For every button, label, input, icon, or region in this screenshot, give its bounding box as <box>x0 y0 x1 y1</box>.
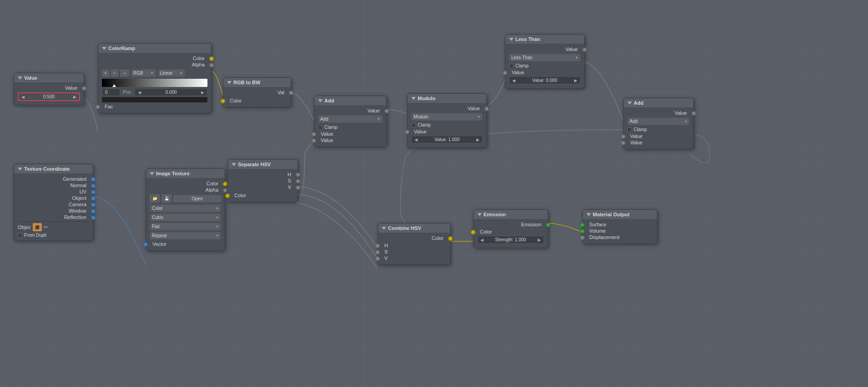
modulo-value-socket[interactable] <box>405 130 409 134</box>
camera-socket[interactable] <box>91 203 96 207</box>
chsv-color-output-socket[interactable] <box>448 236 453 241</box>
it-open-button[interactable]: Open <box>173 195 221 202</box>
add2-operation-dropdown[interactable]: Add <box>627 117 690 125</box>
material-output-collapse[interactable] <box>586 213 591 216</box>
add1-value1-socket[interactable] <box>312 132 316 137</box>
it-browse-button[interactable]: 📁 <box>150 194 160 203</box>
flip-button[interactable]: ↔ <box>120 70 129 76</box>
modulo-collapse[interactable] <box>411 97 416 100</box>
image-texture-collapse[interactable] <box>150 172 154 175</box>
remove-stop-button[interactable]: − <box>111 70 118 76</box>
surface-socket[interactable] <box>580 223 585 227</box>
fac-input-socket[interactable] <box>96 105 100 109</box>
s-output-socket[interactable] <box>296 179 300 183</box>
modulo-operation-dropdown[interactable]: Modulo <box>411 113 483 121</box>
chsv-v-socket[interactable] <box>375 256 380 261</box>
add2-header: Add <box>624 98 693 107</box>
colorramp-color-socket[interactable] <box>209 56 214 61</box>
modulo-value-field[interactable]: ◀ Value: 1.000 ▶ <box>411 136 483 143</box>
reflection-socket[interactable] <box>91 215 96 220</box>
shsv-color-input-row: Color <box>232 193 294 198</box>
modulo-clamp-checkbox[interactable] <box>411 123 416 127</box>
it-interpolation-dropdown[interactable]: Cubic <box>150 214 221 221</box>
lessthan-operation-dropdown[interactable]: Less Than <box>509 54 580 61</box>
val-output-row: Val <box>227 90 287 95</box>
add1-value2-input: Value <box>318 137 383 143</box>
shsv-color-socket[interactable] <box>225 194 230 198</box>
generated-socket[interactable] <box>91 177 96 182</box>
lessthan-value-field[interactable]: ◀ Value: 0.000 ▶ <box>509 76 580 84</box>
displacement-socket[interactable] <box>580 235 585 240</box>
it-color-socket[interactable] <box>223 182 227 186</box>
add1-clamp-checkbox[interactable] <box>318 125 323 130</box>
val-output-socket[interactable] <box>289 91 293 95</box>
emission-output-socket[interactable] <box>546 223 550 227</box>
it-save-button[interactable]: 💾 <box>161 194 172 203</box>
object-icon[interactable]: ⬛ <box>33 223 42 231</box>
uv-label: UV <box>80 189 86 194</box>
interpolation-dropdown[interactable]: Linear <box>158 69 185 77</box>
lessthan-output-socket[interactable] <box>582 47 587 52</box>
add2-output-socket[interactable] <box>691 111 696 116</box>
add1-output-socket[interactable] <box>384 109 389 113</box>
it-extension-dropdown[interactable]: Repeat <box>150 232 221 239</box>
color-input-socket[interactable] <box>221 99 225 103</box>
reflection-label: Reflection <box>64 214 86 220</box>
emission-collapse[interactable] <box>477 213 482 216</box>
emission-strength-field[interactable]: ◀ Strength: 1.000 ▶ <box>477 236 544 244</box>
rgb-to-bw-node: RGB to BW Val Color <box>223 77 291 107</box>
chsv-s-socket[interactable] <box>375 250 380 255</box>
separate-hsv-collapse[interactable] <box>232 163 236 166</box>
emission-color-socket[interactable] <box>471 230 475 234</box>
color-mode-dropdown[interactable]: RGB <box>131 69 156 77</box>
lessthan-value-socket[interactable] <box>503 71 507 75</box>
value-input-field[interactable]: ◀ 0.500 ▶ <box>19 93 79 100</box>
add2-value1-input: Value <box>627 133 690 139</box>
add1-collapse[interactable] <box>318 99 323 102</box>
chsv-h-socket[interactable] <box>375 244 380 248</box>
add2-clamp-checkbox[interactable] <box>627 127 632 132</box>
eyedropper-icon[interactable]: ✏ <box>44 224 48 230</box>
it-vector-socket[interactable] <box>143 242 148 247</box>
h-output-socket[interactable] <box>296 173 300 177</box>
uv-socket[interactable] <box>91 190 96 194</box>
add1-title: Add <box>324 98 334 103</box>
add1-operation-dropdown[interactable]: Add <box>318 115 383 123</box>
chsv-color-output-row: Color <box>382 235 446 241</box>
lessthan-clamp-checkbox[interactable] <box>509 64 514 68</box>
rgb-to-bw-header: RGB to BW <box>223 78 291 87</box>
texture-coord-collapse[interactable] <box>18 168 22 171</box>
stop-index[interactable]: 0 <box>102 88 120 96</box>
camera-label: Camera <box>69 202 86 207</box>
v-output-socket[interactable] <box>296 185 300 190</box>
combine-hsv-collapse[interactable] <box>382 227 386 230</box>
it-buttons-row: 📁 💾 Open <box>150 194 221 203</box>
normal-socket[interactable] <box>91 183 96 188</box>
modulo-title: Modulo <box>418 96 435 101</box>
colorramp-alpha-socket[interactable] <box>209 63 214 67</box>
modulo-header: Modulo <box>408 94 486 103</box>
add2-collapse[interactable] <box>627 102 632 105</box>
add1-value2-socket[interactable] <box>312 138 316 143</box>
modulo-output-row: Value <box>411 106 483 111</box>
object-socket[interactable] <box>91 196 96 201</box>
pos-value[interactable]: ◀ 0.000 ▶ <box>135 88 207 96</box>
value-output-socket[interactable] <box>82 86 86 91</box>
it-color-mode-dropdown[interactable]: Color <box>150 204 221 212</box>
window-socket[interactable] <box>91 209 96 214</box>
colorramp-collapse[interactable] <box>102 47 106 50</box>
from-dupli-checkbox[interactable] <box>18 233 22 238</box>
modulo-value-text: Value: 1.000 <box>434 137 459 142</box>
add2-value2-socket[interactable] <box>621 141 626 145</box>
rgb-to-bw-collapse[interactable] <box>227 81 232 84</box>
add-stop-button[interactable]: + <box>102 70 109 76</box>
add2-value1-socket[interactable] <box>621 134 626 139</box>
it-alpha-socket[interactable] <box>223 188 227 193</box>
modulo-output-socket[interactable] <box>484 107 489 111</box>
collapse-triangle[interactable] <box>18 76 22 80</box>
value-number: 0.500 <box>43 94 55 99</box>
lessthan-collapse[interactable] <box>509 38 514 41</box>
it-projection-dropdown[interactable]: Flat <box>150 223 221 230</box>
color-output-label: Color <box>193 56 205 61</box>
volume-socket[interactable] <box>580 229 585 234</box>
